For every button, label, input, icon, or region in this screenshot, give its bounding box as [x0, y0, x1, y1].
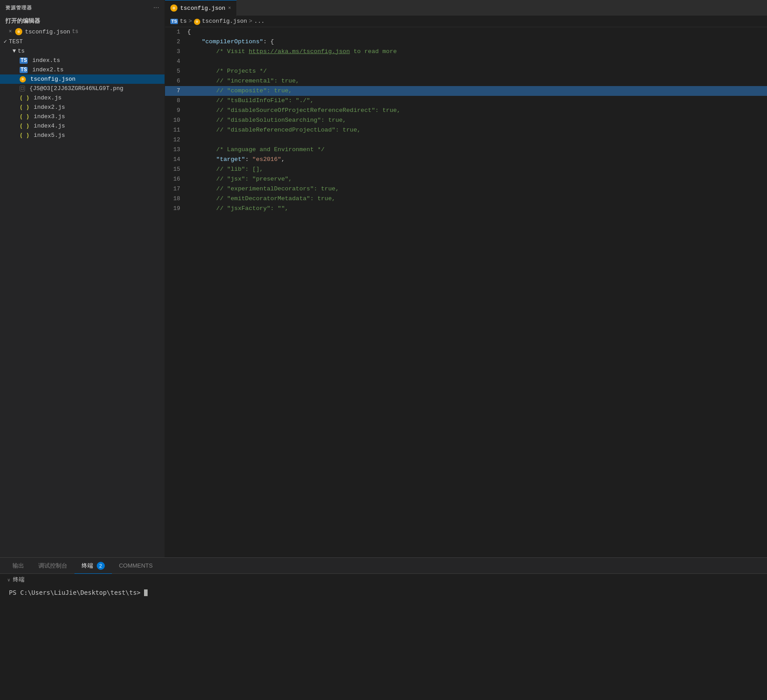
file-label: index.ts — [32, 57, 60, 64]
sidebar-item-index4-js[interactable]: ( ) index4.js — [0, 121, 165, 131]
open-editor-lang: ts — [72, 29, 78, 35]
line-number: 12 — [165, 135, 187, 145]
line-number: 2 — [165, 37, 187, 47]
line-content: // "emitDecoratorMetadata": true, — [187, 194, 767, 204]
code-line: 13 /* Language and Environment */ — [165, 145, 767, 155]
editor-area: ⊙ tsconfig.json × TS ts > ⊙ tsconfig.jso… — [165, 0, 767, 557]
file-label: index2.js — [34, 104, 65, 111]
tree-root[interactable]: ✓ TEST — [0, 37, 165, 46]
code-line: 4 — [165, 57, 767, 66]
line-content: // "jsxFactory": "", — [187, 204, 767, 214]
line-content: // "disableSolutionSearching": true, — [187, 115, 767, 125]
sidebar-item-index2-ts[interactable]: TS index2.ts — [0, 65, 165, 74]
line-content: // "disableSourceOfProjectReferenceRedir… — [187, 106, 767, 115]
tab-close-button[interactable]: × — [228, 5, 231, 11]
line-content — [187, 57, 767, 66]
code-line: 5 /* Projects */ — [165, 66, 767, 76]
line-number: 15 — [165, 165, 187, 174]
bottom-panel: 输出 调试控制台 终端 2 COMMENTS ∨ 终端 PS C:\Users\… — [0, 557, 767, 700]
sidebar-item-index2-js[interactable]: ( ) index2.js — [0, 103, 165, 112]
tab-terminal-badge: 2 — [97, 562, 105, 570]
folder-label: ts — [18, 48, 25, 54]
breadcrumb-file-label: tsconfig.json — [202, 18, 247, 25]
line-content: "compilerOptions": { — [187, 37, 767, 47]
code-line: 10 // "disableSolutionSearching": true, — [165, 115, 767, 125]
tab-debug-console[interactable]: 调试控制台 — [31, 558, 74, 574]
file-label: index3.js — [34, 113, 65, 120]
tab-tsconfig-json[interactable]: ⊙ tsconfig.json × — [165, 0, 237, 16]
breadcrumb-json-icon: ⊙ — [194, 18, 200, 25]
tab-output-label: 输出 — [12, 562, 24, 569]
line-number: 11 — [165, 125, 187, 135]
sidebar-item-index3-js[interactable]: ( ) index3.js — [0, 112, 165, 121]
line-number: 16 — [165, 174, 187, 184]
code-line: 19 // "jsxFactory": "", — [165, 204, 767, 214]
line-content: // "tsBuildInfoFile": "./", — [187, 96, 767, 106]
line-content: /* Visit https://aka.ms/tsconfig.json to… — [187, 47, 767, 57]
tab-output[interactable]: 输出 — [5, 558, 31, 574]
sidebar-more-button[interactable]: ··· — [153, 4, 159, 12]
chevron-down-icon: ∨ — [7, 577, 10, 582]
tab-terminal[interactable]: 终端 2 — [74, 558, 112, 574]
file-label: index5.js — [34, 132, 65, 139]
chevron-down-icon: ✓ — [4, 38, 7, 45]
chevron-down-icon: ▼ — [12, 48, 16, 54]
close-icon[interactable]: × — [7, 29, 13, 35]
sidebar-item-png[interactable]: □ {JS@O3[2JJ63ZGRG46%LG9T.png — [0, 84, 165, 93]
code-line: 14 "target": "es2016", — [165, 155, 767, 165]
line-number: 13 — [165, 145, 187, 155]
ts-file-icon: TS — [20, 67, 28, 73]
code-line: 18 // "emitDecoratorMetadata": true, — [165, 194, 767, 204]
line-content — [187, 135, 767, 145]
code-line: 6 // "incremental": true, — [165, 76, 767, 86]
file-label: tsconfig.json — [30, 76, 75, 82]
line-content: // "incremental": true, — [187, 76, 767, 86]
code-line: 16 // "jsx": "preserve", — [165, 174, 767, 184]
code-line: 17 // "experimentalDecorators": true, — [165, 184, 767, 194]
line-number: 3 — [165, 47, 187, 57]
sidebar-title: 资源管理器 — [5, 4, 32, 11]
breadcrumb-sep-2: > — [249, 18, 252, 25]
line-number: 17 — [165, 184, 187, 194]
open-editor-item[interactable]: × ⊙ tsconfig.json ts — [0, 27, 165, 37]
sidebar-item-index5-js[interactable]: ( ) index5.js — [0, 131, 165, 140]
line-content: "target": "es2016", — [187, 155, 767, 165]
sidebar-item-index-js[interactable]: ( ) index.js — [0, 93, 165, 103]
terminal-content[interactable]: PS C:\Users\LiuJie\Desktop\test\ts> — [0, 585, 767, 700]
breadcrumb-ts-label: ts — [180, 18, 187, 25]
line-number: 1 — [165, 27, 187, 37]
sidebar-item-index-ts[interactable]: TS index.ts — [0, 56, 165, 65]
line-number: 14 — [165, 155, 187, 165]
tab-comments[interactable]: COMMENTS — [112, 558, 160, 574]
line-content: // "experimentalDecorators": true, — [187, 184, 767, 194]
png-file-icon: □ — [20, 86, 25, 91]
line-number: 8 — [165, 96, 187, 106]
breadcrumb-sep-1: > — [189, 18, 192, 25]
file-label: {JS@O3[2JJ63ZGRG46%LG9T.png — [29, 85, 124, 92]
code-editor[interactable]: 1 { 2 "compilerOptions": { 3 /* Visit ht… — [165, 27, 767, 558]
code-line: 15 // "lib": [], — [165, 165, 767, 174]
code-line: 12 — [165, 135, 767, 145]
tab-bar: ⊙ tsconfig.json × — [165, 0, 767, 16]
terminal-prompt: PS C:\Users\LiuJie\Desktop\test\ts> — [9, 589, 144, 596]
js-file-icon: ( ) — [20, 132, 29, 139]
terminal-section-header: ∨ 终端 — [0, 574, 767, 585]
line-number: 4 — [165, 57, 187, 66]
line-number: 19 — [165, 204, 187, 214]
code-line: 2 "compilerOptions": { — [165, 37, 767, 47]
terminal-cursor — [144, 589, 148, 596]
js-file-icon: ( ) — [20, 104, 29, 111]
line-content: // "composite": true, — [187, 86, 767, 96]
line-number: 9 — [165, 106, 187, 115]
line-number: 7 — [165, 86, 187, 96]
open-editors-label: 打开的编辑器 — [0, 15, 165, 27]
json-file-icon: ⊙ — [15, 28, 22, 35]
tab-comments-label: COMMENTS — [119, 562, 153, 569]
sidebar-item-ts-folder[interactable]: ▼ ts — [0, 46, 165, 56]
code-line: 3 /* Visit https://aka.ms/tsconfig.json … — [165, 47, 767, 57]
panel-tab-bar: 输出 调试控制台 终端 2 COMMENTS — [0, 558, 767, 574]
sidebar-item-tsconfig-json[interactable]: ⊙ tsconfig.json — [0, 74, 165, 84]
code-line: 8 // "tsBuildInfoFile": "./", — [165, 96, 767, 106]
sidebar: 资源管理器 ··· 打开的编辑器 × ⊙ tsconfig.json ts ✓ … — [0, 0, 165, 557]
tab-debug-label: 调试控制台 — [38, 562, 67, 569]
